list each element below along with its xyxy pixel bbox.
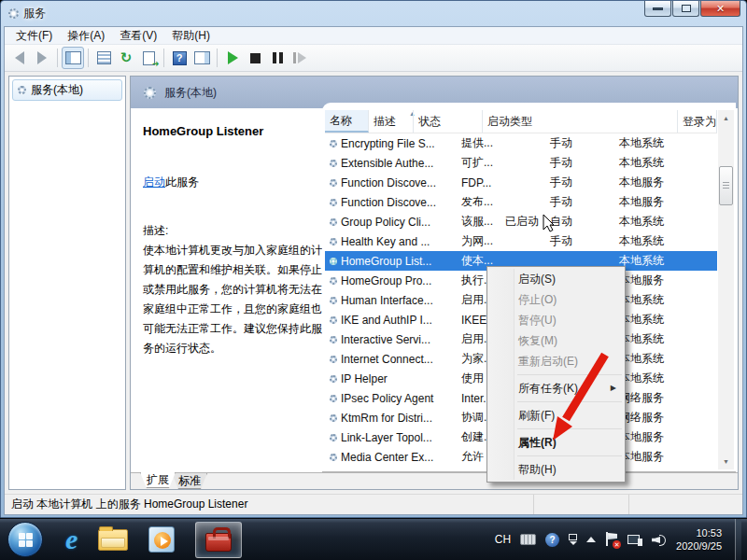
column-header[interactable]: 状态 ▲	[414, 110, 483, 133]
context-menu-item[interactable]: ▶	[517, 455, 622, 456]
scroll-down-icon[interactable]: ▼	[718, 454, 734, 469]
show-action-pane-button[interactable]	[190, 47, 213, 69]
refresh-icon: ↻	[120, 49, 133, 66]
start-service-button[interactable]	[221, 47, 244, 69]
service-status-cell: 已启动	[500, 214, 545, 230]
context-menu-item[interactable]: ▶	[517, 401, 622, 402]
service-login-cell: 本地服务	[614, 194, 717, 210]
pause-service-button[interactable]	[266, 47, 289, 69]
minimize-icon	[653, 7, 663, 10]
context-menu-item[interactable]: 恢复(M) ▶	[489, 330, 623, 351]
refresh-button[interactable]: ↻	[115, 47, 137, 69]
menu-item[interactable]: 文件(F)	[8, 26, 60, 46]
services-gear-icon	[8, 8, 19, 19]
active-app-button[interactable]	[195, 522, 242, 558]
menu-item[interactable]: 帮助(H)	[164, 26, 218, 46]
service-row[interactable]: Function Discove... 发布... 手动 本地服务	[325, 192, 717, 212]
service-row[interactable]: Group Policy Cli... 该服... 已启动 自动 本地系统	[325, 212, 717, 231]
internet-explorer-icon[interactable]: e	[65, 525, 78, 553]
action-center-flag-icon[interactable]: ✕	[605, 532, 618, 547]
restart-service-button[interactable]	[289, 47, 311, 69]
input-language-indicator[interactable]: CH	[495, 533, 511, 546]
context-menu-item[interactable]: 重新启动(E) ▶	[489, 351, 623, 371]
context-menu-item[interactable]: 所有任务(K) ▶	[489, 378, 623, 399]
stop-icon	[250, 53, 261, 63]
column-header[interactable]: 启动类型 ▲	[483, 110, 678, 133]
service-name-cell: HomeGroup List...	[341, 255, 431, 268]
service-row[interactable]: Function Discove... FDP... 手动 本地服务	[325, 173, 717, 192]
export-list-button[interactable]	[137, 47, 160, 69]
service-row[interactable]: Extensible Authe... 可扩... 手动 本地系统	[325, 153, 717, 173]
service-login-cell: 本地服务	[614, 429, 717, 445]
clock-time: 10:53	[676, 526, 722, 539]
service-gear-icon	[330, 199, 337, 206]
table-header: 名称 ▲ 描述 ▲ 状态	[325, 110, 717, 133]
context-menu-item[interactable]: 属性(R) ▶	[489, 432, 623, 453]
service-gear-icon	[330, 238, 337, 245]
media-player-icon[interactable]	[148, 526, 175, 553]
context-menu-item[interactable]: 帮助(H) ▶	[489, 459, 623, 480]
context-menu-item[interactable]: 停止(O) ▶	[489, 289, 623, 310]
service-login-cell: 本地系统	[614, 233, 717, 249]
service-name-cell: Function Discove...	[341, 196, 436, 209]
stop-service-button[interactable]	[244, 47, 266, 69]
context-menu-item[interactable]: ▶	[517, 374, 622, 375]
help-button[interactable]: ?	[168, 47, 190, 69]
start-button[interactable]	[7, 522, 43, 557]
service-desc-cell: 该服...	[457, 214, 500, 230]
help-tray-icon[interactable]: ?	[545, 533, 559, 547]
menu-item[interactable]: 查看(V)	[112, 26, 164, 46]
column-header[interactable]: 描述 ▲	[369, 110, 414, 133]
context-menu-item[interactable]: 暂停(U) ▶	[489, 310, 623, 330]
column-header[interactable]: 登录为 ▲	[678, 110, 717, 133]
services-pane: 服务(本地) HomeGroup Listener 启动此服务 描述: 使本地计…	[130, 76, 739, 490]
menu-item[interactable]: 操作(A)	[60, 26, 112, 46]
service-login-cell: 本地系统	[614, 371, 717, 386]
service-login-cell: 网络服务	[614, 410, 717, 426]
back-button[interactable]	[8, 47, 31, 69]
context-menu-item[interactable]: ▶	[517, 428, 622, 429]
scroll-up-icon[interactable]: ▲	[718, 110, 734, 126]
titlebar[interactable]: 服务 ✕	[1, 1, 746, 26]
tree-item-services-local[interactable]: 服务(本地)	[12, 79, 122, 101]
clock[interactable]: 10:53 2020/9/25	[676, 526, 726, 553]
volume-icon[interactable]	[652, 533, 667, 546]
properties-button[interactable]	[92, 47, 115, 69]
start-link-suffix: 此服务	[165, 175, 199, 189]
show-console-tree-button[interactable]	[62, 47, 84, 69]
network-icon[interactable]	[627, 533, 642, 546]
service-desc-cell: 为网...	[457, 233, 500, 249]
service-name-cell: Health Key and ...	[341, 235, 430, 248]
service-name-cell: Link-Layer Topol...	[341, 431, 432, 444]
forward-button[interactable]	[31, 47, 53, 69]
windows-explorer-icon[interactable]	[98, 529, 128, 551]
close-button[interactable]: ✕	[700, 1, 740, 17]
forward-arrow-icon	[37, 51, 47, 64]
service-login-cell: 网络服务	[614, 390, 717, 406]
window-title: 服务	[23, 6, 46, 21]
service-row[interactable]: Health Key and ... 为网... 手动 本地系统	[325, 231, 717, 251]
restore-button[interactable]	[672, 1, 699, 17]
column-header[interactable]: 名称 ▲	[325, 110, 369, 133]
service-row[interactable]: Encrypting File S... 提供... 手动 本地系统	[325, 133, 717, 153]
window-switch-icon[interactable]	[569, 534, 577, 545]
minimize-button[interactable]	[644, 1, 671, 17]
service-gear-icon	[330, 414, 337, 422]
scrollbar-thumb[interactable]	[719, 166, 733, 205]
view-tab[interactable]: 扩展	[140, 472, 176, 488]
start-service-link[interactable]: 启动	[143, 175, 165, 189]
context-menu-item[interactable]: 刷新(F) ▶	[489, 405, 623, 426]
alert-badge: ✕	[613, 540, 621, 549]
submenu-arrow-icon: ▶	[611, 378, 616, 399]
context-menu-item[interactable]: 启动(S) ▶	[489, 269, 623, 289]
view-tab[interactable]: 标准	[172, 473, 207, 489]
service-gear-icon	[330, 297, 337, 304]
service-desc-cell: 发布...	[457, 194, 500, 210]
show-desktop-button[interactable]	[735, 519, 741, 560]
toolbar-separator	[57, 49, 58, 67]
vertical-scrollbar[interactable]: ▲ ▼	[718, 110, 734, 469]
show-hidden-icons[interactable]	[586, 537, 596, 542]
keyboard-icon[interactable]	[520, 534, 536, 545]
status-bar: 启动 本地计算机 上的服务 HomeGroup Listener	[5, 494, 742, 514]
service-gear-icon	[330, 316, 337, 324]
